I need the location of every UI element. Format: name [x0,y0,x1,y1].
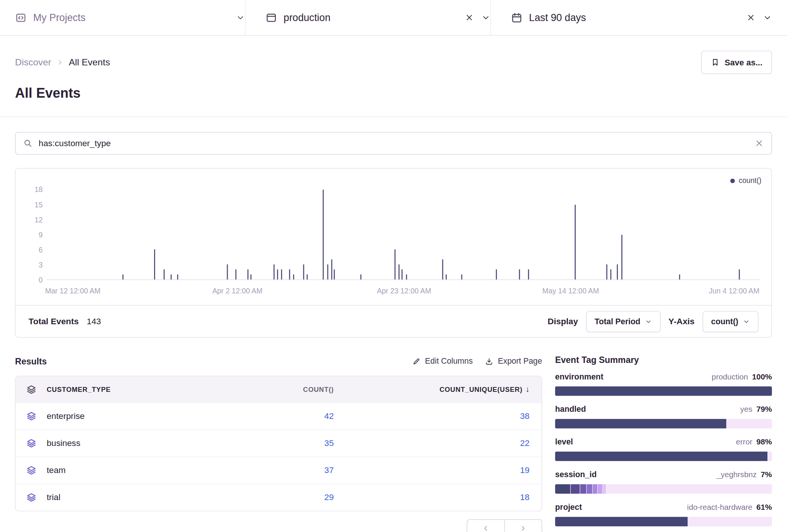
count-unique-cell[interactable]: 22 [346,438,542,449]
chart-bar [462,275,463,280]
column-header-count-unique[interactable]: COUNT_UNIQUE(USER) ↓ [346,385,542,394]
chart-bar [575,205,576,280]
chart-bar [177,275,178,280]
tag-bar-segment[interactable] [555,386,772,396]
discover-page: My Projects production Last 90 days [0,0,787,532]
table-row[interactable]: trial 29 18 [15,484,542,511]
edit-columns-label: Edit Columns [425,357,473,366]
count-cell[interactable]: 42 [271,411,346,421]
column-header-customer-type[interactable]: CUSTOMER_TYPE [39,385,271,393]
tag-item-handled: handled yes 79% [555,405,772,429]
y-axis-tick: 15 [26,201,42,209]
chart-bar [293,275,294,280]
close-icon[interactable] [746,13,755,22]
next-page-button[interactable] [504,520,541,532]
chart-plot[interactable] [47,190,759,280]
count-cell[interactable]: 35 [271,438,346,449]
search-input[interactable] [39,138,748,148]
sort-descending-icon: ↓ [525,385,530,394]
download-icon [485,357,493,366]
table-row[interactable]: business 35 22 [15,429,542,456]
search-icon [23,139,32,148]
tag-bar-segment[interactable] [593,484,598,494]
tag-distribution-bar[interactable] [555,386,772,396]
count-unique-cell[interactable]: 38 [346,411,542,421]
clear-search-icon[interactable] [754,139,764,148]
chart-bar [621,234,622,280]
tag-top-percent: 98% [756,438,772,447]
edit-columns-button[interactable]: Edit Columns [412,357,473,366]
chevron-down-icon[interactable] [763,13,772,22]
results-section: Results Edit Columns Export Page [15,355,542,532]
date-range-label: Last 90 days [529,12,586,23]
tag-top-value: error [736,438,752,447]
tag-bar-segment[interactable] [580,484,586,494]
y-axis-dropdown-value: count() [711,317,738,326]
customer-type-cell: trial [39,493,271,503]
chevron-down-icon [645,318,652,325]
breadcrumb-discover-link[interactable]: Discover [15,57,51,68]
tag-name: session_id [555,470,596,479]
chart-bar [331,260,332,280]
tag-bar-segment[interactable] [602,484,606,494]
tag-name: level [555,438,573,447]
stack-icon [26,465,36,476]
chart-bar [163,269,165,280]
chevron-down-icon[interactable] [236,13,245,22]
chart-bar [610,269,611,280]
export-page-button[interactable]: Export Page [485,357,542,366]
chart-bar [273,264,274,280]
count-unique-cell[interactable]: 19 [346,466,542,476]
tag-bar-segment[interactable] [555,484,570,494]
tag-bar-segment[interactable] [555,419,726,428]
display-dropdown[interactable]: Total Period [586,311,660,332]
save-as-button[interactable]: Save as... [701,51,772,74]
page-header: Discover All Events Save as... All Event… [0,36,787,117]
x-axis-tick: Apr 23 12:00 AM [377,287,431,295]
chart-bar [154,249,156,280]
tag-top-percent: 61% [756,503,772,512]
breadcrumb: Discover All Events [15,57,110,68]
tag-top-percent: 100% [752,372,772,381]
tag-bar-segment[interactable] [598,484,602,494]
tag-top-value: production [712,372,748,381]
count-cell[interactable]: 29 [271,493,346,503]
date-range-selector[interactable]: Last 90 days [491,0,772,35]
tag-bar-segment[interactable] [571,484,580,494]
y-axis-tick: 3 [26,261,42,269]
events-chart-panel: count() 18 15 12 9 6 3 0 Mar 12 12:00 AM… [15,168,772,337]
tag-summary-heading: Event Tag Summary [555,355,772,365]
stack-icon [26,438,36,449]
total-events-label: Total Events [29,316,79,326]
tag-item-session-id: session_id _yeghrsbnz 7% [555,470,772,494]
chevron-down-icon[interactable] [481,13,490,22]
close-icon[interactable] [465,13,474,22]
y-axis-dropdown[interactable]: count() [702,311,758,332]
count-cell[interactable]: 37 [271,466,346,476]
chevron-down-icon [743,318,750,325]
tag-distribution-bar[interactable] [555,452,772,461]
search-bar[interactable] [15,132,772,154]
breadcrumb-current: All Events [69,57,110,68]
previous-page-button[interactable] [467,520,504,532]
tag-bar-segment[interactable] [587,484,592,494]
tag-bar-segment[interactable] [555,517,687,526]
tag-distribution-bar[interactable] [555,419,772,428]
chart-bar [307,275,308,280]
table-row[interactable]: team 37 19 [15,456,542,484]
column-header-count[interactable]: COUNT() [271,385,346,393]
tag-bar-segment[interactable] [555,452,767,461]
chevron-right-icon [519,524,527,532]
table-row[interactable]: enterprise 42 38 [15,402,542,429]
count-unique-cell[interactable]: 18 [346,493,542,503]
tag-distribution-bar[interactable] [555,484,772,494]
project-selector[interactable]: My Projects [15,0,245,35]
tag-distribution-bar[interactable] [555,517,772,526]
x-axis-tick: Mar 12 12:00 AM [45,287,100,295]
chart-bar [399,264,400,280]
y-axis-tick: 18 [26,186,42,193]
chart-bar [402,269,403,280]
environment-selector[interactable]: production [245,0,490,35]
tag-top-value: _yeghrsbnz [716,470,757,479]
y-axis-tick: 9 [26,231,42,239]
